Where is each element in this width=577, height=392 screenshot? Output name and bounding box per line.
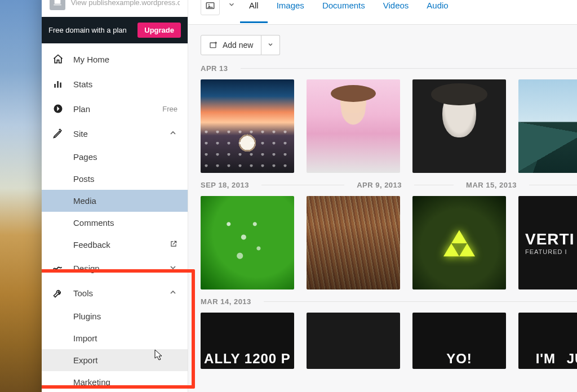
tab-documents[interactable]: Documents: [313, 0, 374, 23]
tab-images[interactable]: Images: [268, 0, 313, 23]
sidebar: View publishexample.wordpress.c Free dom…: [42, 0, 188, 392]
nav-label: Marketing: [73, 377, 110, 387]
media-tile[interactable]: [307, 79, 400, 173]
media-tile[interactable]: [412, 196, 506, 289]
sidebar-item-comments[interactable]: Comments: [42, 212, 188, 234]
add-new-label: Add new: [223, 41, 253, 50]
media-tile[interactable]: [201, 79, 294, 173]
external-link-icon: [170, 240, 177, 250]
stats-icon: [52, 78, 64, 90]
add-new-dropdown[interactable]: [261, 35, 280, 55]
chevron-up-icon: [168, 128, 177, 139]
tools-icon: [52, 287, 64, 299]
svg-marker-8: [443, 243, 459, 256]
media-tile[interactable]: YO!: [412, 313, 506, 369]
date-label: APR 9, 2013: [357, 181, 402, 189]
nav-label: Stats: [73, 79, 92, 89]
svg-point-5: [208, 4, 210, 5]
sidebar-item-feedback[interactable]: Feedback: [42, 234, 188, 256]
media-tile[interactable]: [201, 196, 294, 289]
tile-text: ALLY 1200 P: [204, 351, 291, 367]
upgrade-button[interactable]: Upgrade: [137, 23, 181, 38]
svg-rect-2: [60, 83, 61, 88]
add-new-button[interactable]: Add new: [201, 35, 261, 55]
site-switcher[interactable]: View publishexample.wordpress.c: [42, 0, 188, 17]
nav-label: Site: [73, 129, 88, 139]
media-tile[interactable]: [412, 79, 506, 173]
nav-label: Posts: [73, 174, 95, 184]
sidebar-item-site[interactable]: Site: [42, 121, 188, 146]
plan-tag: Free: [162, 105, 177, 113]
svg-marker-7: [451, 230, 467, 243]
tile-text: I'M JUS: [536, 351, 577, 367]
app-window: View publishexample.wordpress.c Free dom…: [42, 0, 577, 392]
media-grid-row: ALLY 1200 P YO! I'M JUS: [188, 311, 577, 373]
tile-text: FEATURED I: [525, 248, 567, 255]
sidebar-item-posts[interactable]: Posts: [42, 168, 188, 190]
triforce-icon: [443, 229, 475, 257]
nav-label: Tools: [73, 288, 93, 298]
media-library-main: All Images Documents Videos Audio Add ne…: [188, 0, 577, 392]
tab-all[interactable]: All: [240, 0, 268, 23]
svg-marker-9: [459, 243, 475, 256]
image-icon: [205, 1, 215, 11]
nav-label: Import: [73, 333, 97, 343]
home-icon: [52, 53, 64, 65]
tab-videos[interactable]: Videos: [374, 0, 418, 23]
media-type-picker-button[interactable]: [201, 0, 220, 15]
media-tile[interactable]: ALLY 1200 P: [201, 313, 294, 369]
nav-label: Media: [73, 196, 96, 206]
banner-text: Free domain with a plan: [48, 26, 127, 34]
sidebar-item-home[interactable]: My Home: [42, 47, 188, 72]
media-grid-row: VERTI FEATURED I: [188, 195, 577, 294]
chevron-down-icon: [168, 263, 177, 274]
site-url-label: View publishexample.wordpress.c: [71, 0, 180, 7]
nav-label: Plugins: [73, 311, 101, 321]
tile-text: VERTI: [525, 230, 574, 248]
nav-label: Comments: [73, 218, 114, 228]
media-tile[interactable]: [307, 196, 400, 289]
date-divider: MAR 14, 2013: [188, 294, 577, 311]
nav-label: Plan: [73, 104, 90, 114]
nav-label: Pages: [73, 152, 97, 162]
sidebar-item-plan[interactable]: Plan Free: [42, 96, 188, 121]
media-filter-tabs: All Images Documents Videos Audio: [188, 0, 577, 25]
date-divider: SEP 18, 2013 APR 9, 2013 MAR 15, 2013: [188, 177, 577, 195]
media-grid-row: [188, 78, 577, 177]
sidebar-item-marketing[interactable]: Marketing: [42, 371, 188, 392]
svg-rect-1: [57, 81, 59, 88]
date-label: SEP 18, 2013: [201, 181, 249, 189]
sidebar-item-media[interactable]: Media: [42, 190, 188, 212]
nav-label: My Home: [73, 55, 109, 64]
media-tile[interactable]: I'M JUS: [518, 313, 577, 369]
nav-label: Export: [73, 355, 97, 365]
tile-text: YO!: [446, 351, 472, 367]
media-tile[interactable]: VERTI FEATURED I: [518, 196, 577, 289]
date-label: MAR 14, 2013: [201, 297, 251, 306]
media-toolbar: Add new: [188, 25, 577, 61]
date-divider: APR 13: [188, 61, 577, 78]
svg-rect-6: [210, 43, 216, 48]
sidebar-item-export[interactable]: Export: [42, 349, 188, 371]
plan-icon: [52, 103, 64, 115]
add-image-icon: [209, 41, 218, 50]
nav-label: Design: [73, 264, 100, 273]
sidebar-item-import[interactable]: Import: [42, 327, 188, 349]
date-label: APR 13: [201, 64, 228, 73]
sidebar-item-stats[interactable]: Stats: [42, 72, 188, 96]
nav-label: Feedback: [73, 240, 110, 250]
media-tile[interactable]: [518, 79, 577, 173]
chevron-down-icon[interactable]: [223, 1, 240, 11]
sidebar-nav: My Home Stats Plan Free Site Pages Posts…: [42, 43, 188, 392]
sidebar-item-plugins[interactable]: Plugins: [42, 305, 188, 327]
media-tile[interactable]: [307, 313, 400, 369]
tab-audio[interactable]: Audio: [418, 0, 457, 23]
sidebar-item-tools[interactable]: Tools: [42, 280, 188, 305]
chevron-down-icon: [267, 41, 274, 48]
pencil-icon: [52, 127, 64, 140]
sidebar-item-pages[interactable]: Pages: [42, 146, 188, 168]
sidebar-item-design[interactable]: Design: [42, 256, 188, 280]
chevron-up-icon: [168, 288, 177, 299]
date-label: MAR 15, 2013: [466, 181, 517, 189]
free-domain-banner: Free domain with a plan Upgrade: [42, 17, 188, 43]
